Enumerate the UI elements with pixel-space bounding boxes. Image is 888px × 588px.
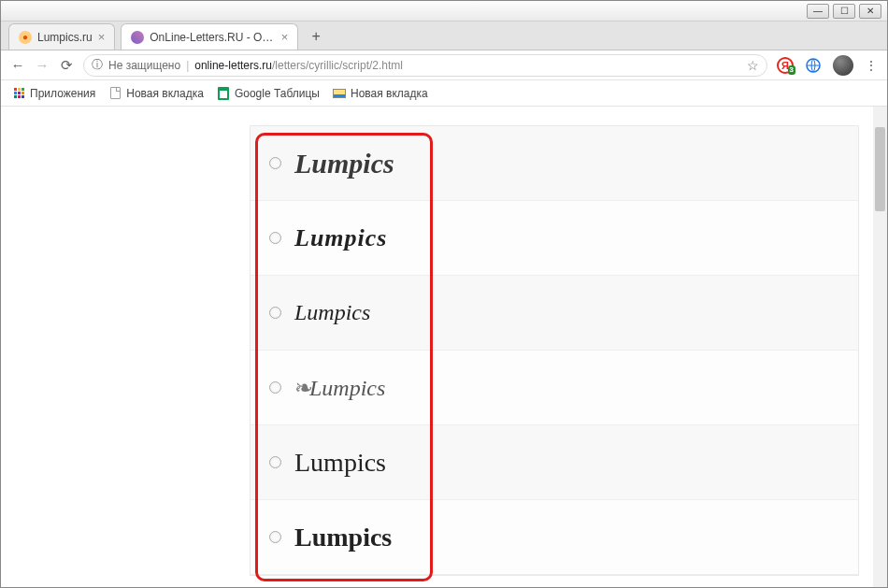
bookmark-label: Новая вкладка bbox=[351, 87, 428, 100]
window-minimize-button[interactable]: — bbox=[807, 4, 829, 19]
font-sample-panel: Lumpics Lumpics Lumpics Lumpics Lumpics … bbox=[250, 125, 859, 576]
favicon-icon bbox=[131, 31, 144, 44]
profile-avatar[interactable] bbox=[833, 55, 853, 76]
font-sample-text: Lumpics bbox=[294, 375, 385, 401]
tab-title: OnLine-Letters.RU - Онлайн ген... bbox=[150, 31, 275, 44]
bookmark-apps[interactable]: Приложения bbox=[12, 87, 95, 100]
tab-online-letters[interactable]: OnLine-Letters.RU - Онлайн ген... × bbox=[121, 23, 298, 50]
radio-icon[interactable] bbox=[269, 307, 281, 319]
bookmarks-bar: Приложения Новая вкладка Google Таблицы … bbox=[1, 80, 887, 107]
toolbar-right: Я 3 ⋮ bbox=[777, 55, 878, 76]
bookmark-new-tab-2[interactable]: Новая вкладка bbox=[333, 87, 428, 100]
tab-close-icon[interactable]: × bbox=[281, 30, 289, 44]
radio-icon[interactable] bbox=[269, 232, 281, 244]
font-option-row[interactable]: Lumpics bbox=[251, 500, 858, 575]
window-maximize-button[interactable]: ☐ bbox=[833, 4, 855, 19]
separator: | bbox=[186, 59, 189, 72]
window-titlebar: — ☐ ✕ bbox=[1, 1, 887, 22]
doc-icon bbox=[108, 87, 122, 100]
radio-icon[interactable] bbox=[269, 381, 281, 394]
page-content: Lumpics Lumpics Lumpics Lumpics Lumpics … bbox=[1, 107, 887, 587]
font-option-row[interactable]: Lumpics bbox=[251, 351, 858, 425]
window-close-button[interactable]: ✕ bbox=[859, 4, 881, 19]
tab-title: Lumpics.ru bbox=[37, 31, 93, 44]
reload-button[interactable]: ⟳ bbox=[59, 57, 74, 74]
font-option-row[interactable]: Lumpics bbox=[251, 201, 858, 276]
new-tab-button[interactable]: + bbox=[306, 26, 326, 47]
browser-toolbar: ← → ⟳ ⓘ Не защищено | online-letters.ru/… bbox=[1, 50, 887, 80]
font-option-row[interactable]: Lumpics bbox=[251, 425, 858, 500]
radio-icon[interactable] bbox=[269, 456, 281, 468]
font-option-row[interactable]: Lumpics bbox=[251, 276, 858, 351]
content-inner: Lumpics Lumpics Lumpics Lumpics Lumpics … bbox=[1, 107, 873, 587]
favicon-icon: ● bbox=[19, 31, 32, 44]
bookmark-label: Новая вкладка bbox=[126, 87, 204, 100]
font-sample-text: Lumpics bbox=[294, 523, 392, 552]
bookmark-star-icon[interactable]: ☆ bbox=[747, 58, 759, 73]
tab-close-icon[interactable]: × bbox=[98, 30, 106, 44]
font-option-row[interactable]: Lumpics bbox=[251, 126, 858, 201]
extension-globe-icon[interactable] bbox=[805, 57, 822, 74]
security-status: Не защищено bbox=[108, 59, 180, 72]
tab-lumpics[interactable]: ● Lumpics.ru × bbox=[8, 23, 115, 50]
font-sample-text: Lumpics bbox=[294, 448, 386, 478]
address-bar[interactable]: ⓘ Не защищено | online-letters.ru/letter… bbox=[83, 54, 767, 77]
url-text: online-letters.ru/letters/cyrillic/scrip… bbox=[194, 59, 403, 72]
picture-icon bbox=[333, 87, 346, 100]
font-sample-text: Lumpics bbox=[294, 224, 387, 252]
tab-strip: ● Lumpics.ru × OnLine-Letters.RU - Онлай… bbox=[1, 22, 887, 50]
extension-yandex-icon[interactable]: Я 3 bbox=[777, 57, 794, 74]
extension-badge: 3 bbox=[788, 65, 795, 75]
back-button[interactable]: ← bbox=[10, 57, 25, 73]
scrollbar-thumb[interactable] bbox=[875, 127, 885, 211]
font-sample-text: Lumpics bbox=[294, 148, 394, 179]
forward-button[interactable]: → bbox=[35, 57, 50, 73]
vertical-scrollbar[interactable] bbox=[873, 107, 887, 587]
radio-icon[interactable] bbox=[269, 157, 281, 169]
bookmark-new-tab-1[interactable]: Новая вкладка bbox=[108, 87, 204, 100]
bookmark-label: Приложения bbox=[30, 87, 95, 100]
font-sample-text: Lumpics bbox=[294, 300, 370, 325]
chrome-menu-button[interactable]: ⋮ bbox=[865, 58, 878, 73]
site-info-icon[interactable]: ⓘ bbox=[92, 57, 103, 73]
bookmark-google-sheets[interactable]: Google Таблицы bbox=[217, 87, 320, 100]
apps-icon bbox=[12, 87, 25, 100]
radio-icon[interactable] bbox=[269, 531, 281, 543]
sheets-icon bbox=[217, 87, 230, 100]
bookmark-label: Google Таблицы bbox=[235, 87, 320, 100]
